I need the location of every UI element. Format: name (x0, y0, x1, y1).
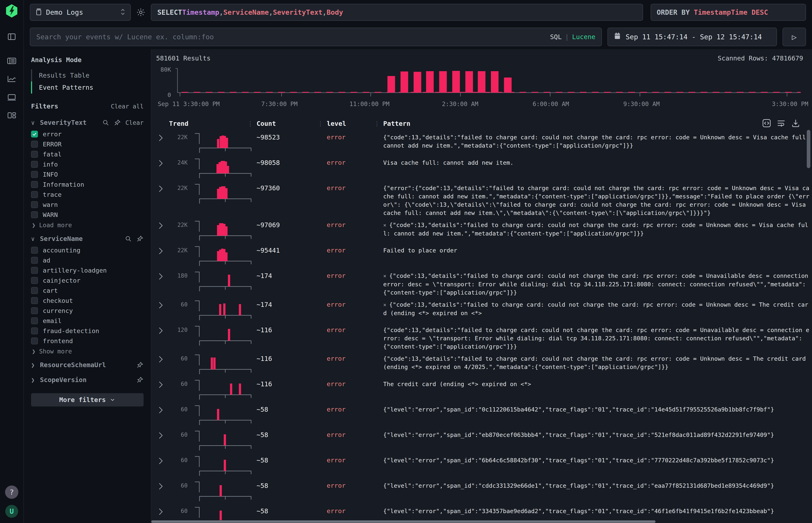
filter-section-header[interactable]: ∨ SeverityText Clear (31, 116, 144, 129)
exclude-pattern-icon[interactable]: × (383, 222, 386, 228)
load-more-button[interactable]: ❯Load more (31, 220, 144, 230)
clear-filter-button[interactable]: Clear (125, 119, 144, 126)
row-expand-chevron[interactable] (156, 506, 165, 516)
column-separator-icon[interactable]: ⋮ (247, 120, 253, 127)
chevron-right-icon[interactable]: ❯ (31, 361, 37, 368)
row-expand-chevron[interactable] (156, 246, 165, 255)
exclude-pattern-icon[interactable]: × (383, 273, 386, 279)
filter-option-currency[interactable]: currency (31, 306, 144, 316)
nav-dashboards[interactable] (5, 109, 18, 122)
filter-section-header[interactable]: ❯ ResourceSchemaUrl (31, 359, 144, 372)
pattern-text[interactable]: The credit card (ending <*> expired on <… (383, 379, 810, 388)
search-input[interactable] (36, 33, 546, 41)
load-more-button[interactable]: ❯Show more (31, 346, 144, 357)
nav-logo[interactable] (5, 4, 18, 17)
filter-section-header[interactable]: ❯ ScopeVersion (31, 373, 144, 386)
row-expand-chevron[interactable] (156, 354, 165, 364)
column-header-level[interactable]: level⋮ (327, 120, 379, 127)
analysis-mode-results-table[interactable]: Results Table (31, 69, 144, 82)
pattern-text[interactable]: Visa cache full: cannot add new item. (383, 158, 810, 167)
filter-option-WARN[interactable]: WARN (31, 210, 144, 220)
pattern-text[interactable]: {"code":13,"details":"failed to charge c… (383, 325, 810, 351)
chevron-down-icon[interactable]: ∨ (31, 235, 37, 242)
filter-option-ERROR[interactable]: ERROR (31, 139, 144, 149)
filter-section-header[interactable]: ∨ ServiceName (31, 232, 144, 245)
filter-option-info[interactable]: info (31, 159, 144, 169)
lang-lucene-option[interactable]: Lucene (572, 33, 595, 41)
filter-option-fraud-detection[interactable]: fraud-detection (31, 326, 144, 336)
filter-option-cart[interactable]: cart (31, 286, 144, 295)
pattern-text[interactable]: {"level":"error","span_id":"cddc331329e6… (383, 481, 810, 490)
row-expand-chevron[interactable] (156, 481, 165, 491)
analysis-mode-event-patterns[interactable]: Event Patterns (31, 82, 144, 93)
format-json-icon[interactable] (762, 119, 771, 128)
date-range-picker[interactable]: Sep 11 15:47:14 - Sep 12 15:47:14 (607, 28, 777, 46)
filter-option-ad[interactable]: ad (31, 255, 144, 265)
pattern-text[interactable]: Failed to place order (383, 246, 810, 255)
pin-icon[interactable] (136, 235, 144, 242)
pattern-text[interactable]: {"code":13,"details":"failed to charge c… (383, 132, 810, 150)
nav-collapse-sidebar[interactable] (5, 30, 18, 43)
column-separator-icon[interactable]: ⋮ (317, 120, 323, 127)
row-expand-chevron[interactable] (156, 455, 165, 465)
pattern-text[interactable]: {"code":13,"details":"failed to charge c… (383, 354, 810, 371)
filter-option-cainjector[interactable]: cainjector (31, 275, 144, 286)
source-settings-button[interactable] (136, 7, 146, 17)
filter-option-checkout[interactable]: checkout (31, 295, 144, 306)
filter-option-warn[interactable]: warn (31, 200, 144, 210)
select-clause-input[interactable]: SELECT Timestamp, ServiceName, SeverityT… (151, 4, 643, 21)
row-expand-chevron[interactable] (156, 430, 165, 440)
help-button[interactable]: ? (5, 486, 18, 499)
column-separator-icon[interactable]: ⋮ (374, 120, 379, 127)
filter-option-frontend[interactable]: frontend (31, 336, 144, 346)
text-wrap-icon[interactable] (777, 119, 786, 128)
pattern-text[interactable]: {"error":{"code":13,"details":"failed to… (383, 183, 810, 217)
nav-sessions[interactable] (5, 91, 18, 104)
pattern-text[interactable]: {"level":"error","span_id":"0c11220615ba… (383, 404, 810, 414)
filter-option-accounting[interactable]: accounting (31, 245, 144, 255)
row-expand-chevron[interactable] (156, 220, 165, 230)
nav-search-logs[interactable] (5, 54, 18, 67)
pattern-text[interactable]: ×{"code":13,"details":"failed to charge … (383, 220, 810, 238)
filter-option-Information[interactable]: Information (31, 179, 144, 190)
filter-option-INFO[interactable]: INFO (31, 169, 144, 179)
row-expand-chevron[interactable] (156, 300, 165, 310)
pin-icon[interactable] (114, 119, 121, 126)
row-expand-chevron[interactable] (156, 325, 165, 335)
order-by-input[interactable]: ORDER BY TimestampTime DESC (651, 4, 806, 21)
clear-all-filters-button[interactable]: Clear all (111, 103, 144, 110)
more-filters-button[interactable]: More filters (31, 393, 144, 407)
pin-icon[interactable] (136, 361, 144, 368)
filter-option-email[interactable]: email (31, 316, 144, 326)
pattern-text[interactable]: {"level":"error","span_id":"eb870ecef063… (383, 430, 810, 439)
pin-icon[interactable] (136, 376, 144, 383)
row-expand-chevron[interactable] (156, 132, 165, 142)
nav-chart-explorer[interactable] (5, 73, 18, 86)
vertical-scrollbar[interactable] (807, 130, 810, 168)
column-header-trend[interactable]: Trend⋮ (169, 120, 253, 127)
row-expand-chevron[interactable] (156, 379, 165, 389)
row-expand-chevron[interactable] (156, 404, 165, 415)
search-icon[interactable] (102, 119, 109, 126)
pattern-text[interactable]: {"level":"error","span_id":"6b64c6c58842… (383, 455, 810, 465)
pattern-text[interactable]: ×{"code":13,"details":"failed to charge … (383, 300, 810, 317)
dataset-select[interactable]: Demo Logs (30, 4, 131, 21)
chevron-down-icon[interactable]: ∨ (31, 119, 37, 126)
lang-sql-option[interactable]: SQL (550, 33, 562, 41)
download-icon[interactable] (791, 119, 800, 128)
run-query-button[interactable]: ▷ (782, 28, 806, 46)
filter-option-artillery-loadgen[interactable]: artillery-loadgen (31, 265, 144, 275)
filter-option-error[interactable]: error (31, 129, 144, 139)
avatar[interactable]: U (5, 505, 18, 518)
pattern-text[interactable]: ×{"code":13,"details":"failed to charge … (383, 271, 810, 297)
filter-option-fatal[interactable]: fatal (31, 149, 144, 159)
histogram-plot[interactable] (174, 67, 804, 97)
search-icon[interactable] (125, 235, 132, 242)
column-header-count[interactable]: Count⋮ (257, 120, 323, 127)
horizontal-scrollbar[interactable] (151, 520, 655, 523)
pattern-text[interactable]: {"level":"error","span_id":"334357bae9ed… (383, 506, 810, 515)
filter-option-trace[interactable]: trace (31, 190, 144, 200)
row-expand-chevron[interactable] (156, 271, 165, 281)
row-expand-chevron[interactable] (156, 158, 165, 168)
column-header-pattern[interactable]: Pattern (383, 120, 774, 127)
